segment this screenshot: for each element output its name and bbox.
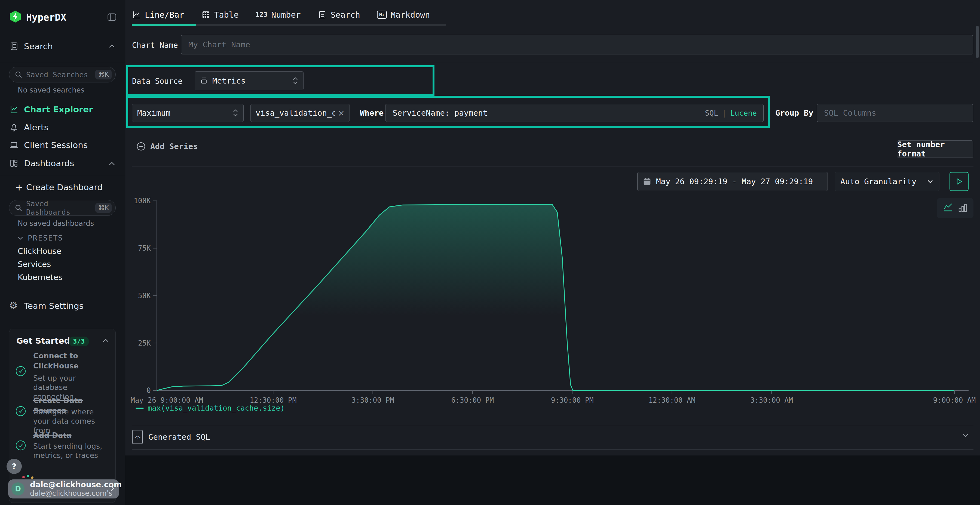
alerts-bell-icon xyxy=(9,122,19,132)
search-section-icon xyxy=(9,41,19,51)
x-axis-tick-label: 9:00:00 AM xyxy=(933,396,976,405)
chart-name-input[interactable] xyxy=(188,40,966,49)
lucene-toggle[interactable]: Lucene xyxy=(730,109,757,117)
metric-field-tag[interactable]: visa_validation_cach × xyxy=(250,104,350,122)
select-chevrons-icon xyxy=(293,76,298,86)
chart-name-label: Chart Name xyxy=(132,41,178,50)
get-started-item-title[interactable]: Connect to ClickHouse xyxy=(33,351,107,371)
line-chart-icon xyxy=(132,10,141,19)
chart-legend[interactable]: max(visa_validation_cache.size) xyxy=(135,404,285,412)
sidebar-item-kubernetes[interactable]: Kubernetes xyxy=(18,273,62,282)
markdown-icon: M↓ xyxy=(377,11,387,19)
aggregation-select[interactable]: Maximum xyxy=(132,104,243,122)
granularity-value: Auto Granularity xyxy=(840,177,927,186)
chart-explorer-icon xyxy=(9,105,19,114)
list-document-icon xyxy=(318,10,327,19)
remove-field-icon[interactable]: × xyxy=(338,108,345,118)
tab-label: Search xyxy=(331,10,360,20)
y-axis-tick-label: 100K xyxy=(134,197,151,205)
sidebar-item-dashboards[interactable]: Dashboards xyxy=(24,158,74,168)
tab-line-bar[interactable]: Line/Bar xyxy=(132,10,184,20)
x-axis-tick-label: 9:30:00 PM xyxy=(551,396,594,405)
app-title: HyperDX xyxy=(26,12,67,23)
chevron-right-icon xyxy=(109,484,115,494)
divider xyxy=(0,62,125,62)
divider xyxy=(132,62,974,62)
sidebar-item-team-settings[interactable]: Team Settings xyxy=(24,301,84,311)
get-started-item-subtitle: Start sending logs, metrics, or traces xyxy=(33,441,112,460)
dashboards-grid-icon xyxy=(9,158,19,168)
check-circle-icon xyxy=(15,366,26,376)
x-axis-tick-label: 3:30:00 AM xyxy=(750,396,793,405)
avatar: D xyxy=(11,483,24,495)
chart-name-field[interactable] xyxy=(181,35,973,54)
plus-icon: + xyxy=(15,182,23,193)
no-saved-dashboards-text: No saved dashboards xyxy=(18,219,94,227)
generated-sql-label: Generated SQL xyxy=(148,432,210,441)
chevron-up-icon[interactable] xyxy=(108,160,116,168)
tab-underline-active xyxy=(132,24,196,26)
create-dashboard-button[interactable]: Create Dashboard xyxy=(26,182,103,192)
group-by-input[interactable] xyxy=(824,108,966,118)
check-circle-icon xyxy=(15,406,26,416)
add-series-button[interactable]: Add Series xyxy=(136,141,198,151)
sidebar-item-services[interactable]: Services xyxy=(18,260,51,269)
sidebar-item-search[interactable]: Search xyxy=(24,41,53,51)
sidebar-item-clickhouse[interactable]: ClickHouse xyxy=(18,246,61,256)
sidebar-item-alerts[interactable]: Alerts xyxy=(24,122,48,132)
where-label: Where xyxy=(360,108,383,118)
user-email: dale@clickhouse.com xyxy=(30,481,109,489)
where-field[interactable]: SQL | Lucene xyxy=(385,104,764,122)
tab-table[interactable]: Table xyxy=(201,10,239,20)
sidebar-item-client-sessions[interactable]: Client Sessions xyxy=(24,140,88,150)
divider xyxy=(132,449,974,450)
legend-line-swatch xyxy=(135,408,144,409)
tab-markdown[interactable]: M↓ Markdown xyxy=(377,10,430,20)
saved-dashboards-input[interactable]: Saved Dashboards ⌘K xyxy=(9,200,116,216)
timeseries-chart[interactable] xyxy=(125,191,980,408)
chevron-down-icon[interactable] xyxy=(17,235,24,242)
set-number-format-button[interactable]: Set number format xyxy=(897,140,973,158)
divider xyxy=(132,167,974,167)
date-range-value: May 26 09:29:19 - May 27 09:29:19 xyxy=(656,177,813,186)
hyperdx-chart-explorer: HyperDX Search Saved Searches ⌘K No save… xyxy=(0,0,980,505)
data-source-select[interactable]: Metrics xyxy=(195,71,304,91)
no-saved-searches-text: No saved searches xyxy=(18,86,84,94)
granularity-select[interactable]: Auto Granularity xyxy=(835,172,939,191)
x-axis-tick-label: May 26 9:00:00 AM xyxy=(130,396,203,405)
get-started-card: Get Started 3/3 Connect to ClickHouse Se… xyxy=(9,329,116,503)
generated-sql-toggle[interactable]: <> Generated SQL xyxy=(132,430,210,444)
chevron-up-icon[interactable] xyxy=(102,338,110,345)
scrollbar-thumb[interactable] xyxy=(976,26,978,58)
hyperdx-logo-icon xyxy=(9,10,22,23)
code-icon: <> xyxy=(132,430,143,444)
chevron-down-icon[interactable] xyxy=(961,432,970,440)
aggregation-value: Maximum xyxy=(137,108,232,118)
saved-searches-placeholder: Saved Searches xyxy=(26,70,95,79)
y-axis-tick-label: 25K xyxy=(138,339,151,348)
chevron-up-icon[interactable] xyxy=(108,43,116,51)
toggle-divider: | xyxy=(722,109,726,117)
get-started-item-title[interactable]: Add Data xyxy=(33,430,112,440)
sql-toggle[interactable]: SQL xyxy=(705,109,718,117)
sidebar-item-chart-explorer[interactable]: Chart Explorer xyxy=(24,105,93,114)
presets-header[interactable]: PRESETS xyxy=(28,234,63,242)
plus-circle-icon xyxy=(136,141,146,151)
data-source-label: Data Source xyxy=(132,77,182,86)
database-icon xyxy=(200,77,208,85)
tab-label: Number xyxy=(271,10,301,20)
run-query-button[interactable] xyxy=(950,172,969,191)
x-axis-tick-label: 12:30:00 PM xyxy=(250,396,296,405)
gear-icon: ⚙ xyxy=(9,300,18,311)
x-axis-tick-label: 12:30:00 AM xyxy=(648,396,695,405)
tab-number[interactable]: 123 Number xyxy=(256,10,301,20)
help-button[interactable]: ? xyxy=(6,459,22,474)
collapse-sidebar-icon[interactable] xyxy=(107,12,117,22)
date-range-picker[interactable]: May 26 09:29:19 - May 27 09:29:19 xyxy=(637,172,828,191)
group-by-field[interactable] xyxy=(817,104,973,122)
tab-search[interactable]: Search xyxy=(318,10,360,20)
where-input[interactable] xyxy=(392,108,705,118)
divider xyxy=(0,175,125,175)
saved-searches-input[interactable]: Saved Searches ⌘K xyxy=(9,67,116,83)
user-menu[interactable]: D dale@clickhouse.com dale@clickhouse.co… xyxy=(8,480,119,499)
